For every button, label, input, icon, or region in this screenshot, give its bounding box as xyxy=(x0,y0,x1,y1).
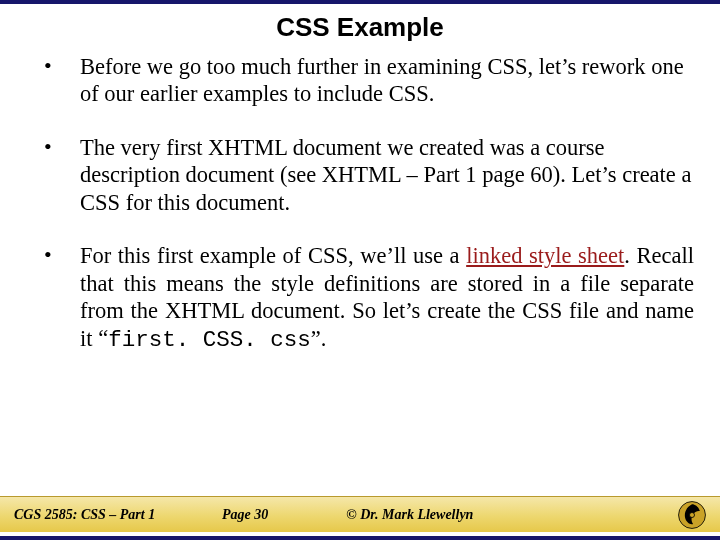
code-filename: first. CSS. css xyxy=(108,327,311,353)
footer-bar: CGS 2585: CSS – Part 1 Page 30 © Dr. Mar… xyxy=(0,496,720,532)
ucf-pegasus-logo-icon xyxy=(678,501,706,529)
bullet-item: • For this first example of CSS, we’ll u… xyxy=(26,242,694,354)
bullet-item: • The very first XHTML document we creat… xyxy=(26,134,694,216)
bullet-dot-icon: • xyxy=(44,53,52,80)
bullet-list: • Before we go too much further in exami… xyxy=(26,53,694,354)
footer-page: Page 30 xyxy=(222,507,268,523)
slide: CSS Example • Before we go too much furt… xyxy=(0,0,720,540)
slide-title: CSS Example xyxy=(0,12,720,43)
bullet-text: The very first XHTML document we created… xyxy=(80,135,691,215)
bullet-dot-icon: • xyxy=(44,242,52,269)
bullet-dot-icon: • xyxy=(44,134,52,161)
bullet-item: • Before we go too much further in exami… xyxy=(26,53,694,108)
linked-style-sheet-term: linked style sheet xyxy=(466,243,624,268)
slide-body: • Before we go too much further in exami… xyxy=(0,53,720,536)
bullet-text-post: ”. xyxy=(311,326,327,351)
footer-course: CGS 2585: CSS – Part 1 xyxy=(14,507,184,523)
bullet-text-pre: For this first example of CSS, we’ll use… xyxy=(80,243,466,268)
bullet-text: Before we go too much further in examini… xyxy=(80,54,684,106)
svg-point-1 xyxy=(689,512,694,517)
footer-copyright: © Dr. Mark Llewellyn xyxy=(346,507,473,523)
